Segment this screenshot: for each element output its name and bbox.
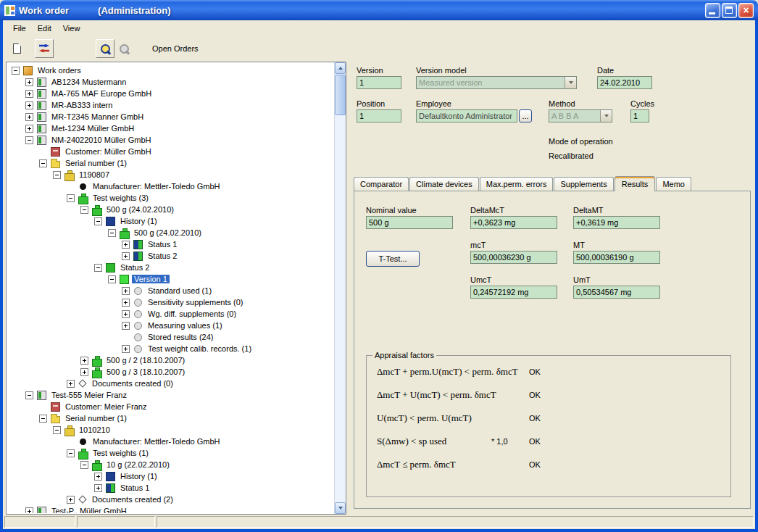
tree-item[interactable]: Wg. diff. supplements (0)	[7, 308, 334, 320]
tree-item[interactable]: Serial number (1)	[7, 412, 334, 424]
tree-item[interactable]: 500 g (24.02.2010)	[7, 204, 334, 215]
tree-expander-icon[interactable]	[80, 368, 88, 376]
tree-expander-icon[interactable]	[122, 299, 130, 307]
tree-item[interactable]: Manufacturer: Mettler-Toledo GmbH	[7, 436, 334, 447]
tree-item[interactable]: Test weight calib. records. (1)	[7, 343, 334, 354]
tree-item[interactable]: Stored results (24)	[7, 331, 334, 343]
tree-item[interactable]: 1190807	[7, 169, 334, 180]
tree-item[interactable]: Status 2	[7, 262, 334, 273]
tree-item[interactable]: 500 g / 2 (18.10.2007)	[7, 354, 334, 366]
tree-item[interactable]: Customer: Meier Franz	[7, 401, 334, 412]
tab[interactable]: Climate devices	[409, 177, 479, 191]
tree-expander-icon[interactable]	[25, 101, 33, 109]
tree-expander-icon[interactable]	[12, 67, 20, 75]
tree-expander-icon[interactable]	[25, 391, 33, 399]
tab[interactable]: Memo	[656, 177, 691, 191]
tree-item[interactable]: Test weights (3)	[7, 192, 334, 204]
version-input[interactable]	[357, 76, 401, 89]
tree-expander-icon[interactable]	[25, 90, 33, 98]
tree-expander-icon[interactable]	[108, 275, 116, 283]
tree-item[interactable]: MA-765 MAF Europe GmbH	[7, 88, 334, 99]
tree-expander-icon[interactable]	[25, 136, 33, 144]
chevron-down-icon[interactable]	[565, 77, 576, 88]
tree-item[interactable]: Test-P.. Müller GmbH	[7, 505, 334, 513]
tab[interactable]: Comparator	[354, 177, 409, 191]
position-input[interactable]	[357, 109, 401, 122]
maximize-button[interactable]	[722, 3, 737, 18]
tree-expander-icon[interactable]	[94, 473, 102, 481]
tree-item[interactable]: Measuring values (1)	[7, 320, 334, 331]
tree-item[interactable]: Work orders	[7, 65, 334, 76]
tree-item[interactable]: Status 2	[7, 250, 334, 262]
tree-expander-icon[interactable]	[25, 113, 33, 121]
tree-item[interactable]: 1010210	[7, 424, 334, 436]
tree-item[interactable]: Documents created (2)	[7, 494, 334, 505]
tree-item[interactable]: Standard used (1)	[7, 285, 334, 296]
tree-expander-icon[interactable]	[122, 345, 130, 353]
t-test-button[interactable]: T-Test...	[366, 251, 420, 267]
search-secondary-button[interactable]	[114, 39, 133, 58]
umt-field[interactable]	[573, 286, 660, 299]
tree-item[interactable]: NM-24022010 Müller GmbH	[7, 134, 334, 146]
tree-expander-icon[interactable]	[80, 461, 88, 469]
mt-field[interactable]	[573, 251, 660, 264]
tree-item[interactable]: MR-T2345 Manner GmbH	[7, 111, 334, 122]
tree-expander-icon[interactable]	[67, 380, 75, 388]
tree-scrollbar[interactable]	[334, 62, 346, 514]
tree-item[interactable]: Met-1234 Müller GmbH	[7, 122, 334, 134]
tree-item[interactable]: History (1)	[7, 470, 334, 482]
cycles-input[interactable]	[630, 109, 649, 122]
tree-item[interactable]: Test weights (1)	[7, 447, 334, 459]
tree-item[interactable]: Serial number (1)	[7, 157, 334, 169]
tree-expander-icon[interactable]	[122, 287, 130, 295]
tree-expander-icon[interactable]	[67, 449, 75, 457]
tree-item[interactable]: Status 1	[7, 238, 334, 250]
tree-expander-icon[interactable]	[39, 159, 47, 167]
tree-expander-icon[interactable]	[67, 194, 75, 202]
tree-expander-icon[interactable]	[53, 171, 61, 179]
tree-expander-icon[interactable]	[25, 507, 33, 514]
tree-item[interactable]: Status 1	[7, 482, 334, 494]
menu-item[interactable]: View	[57, 22, 86, 35]
tree-expander-icon[interactable]	[122, 241, 130, 249]
tree-item[interactable]: Manufacturer: Mettler-Toledo GmbH	[7, 180, 334, 192]
tree-expander-icon[interactable]	[39, 415, 47, 423]
umct-field[interactable]	[470, 286, 557, 299]
tab[interactable]: Supplements	[554, 177, 613, 191]
new-order-button[interactable]	[7, 39, 26, 58]
tree-expander-icon[interactable]	[94, 484, 102, 492]
scroll-thumb[interactable]	[335, 75, 346, 115]
tree-expander-icon[interactable]	[94, 217, 102, 225]
mct-field[interactable]	[470, 251, 557, 264]
employee-browse-button[interactable]: ...	[519, 109, 532, 122]
tree-expander-icon[interactable]	[94, 264, 102, 272]
delta-mct-field[interactable]	[470, 216, 557, 229]
nominal-value-field[interactable]	[366, 216, 453, 229]
method-select[interactable]: A B B A	[549, 109, 612, 122]
employee-input[interactable]	[416, 109, 517, 122]
tree-expander-icon[interactable]	[122, 310, 130, 318]
tree-item[interactable]: 500 g (24.02.2010)	[7, 227, 334, 238]
tree-item[interactable]: MR-AB333 intern	[7, 99, 334, 111]
tree-expander-icon[interactable]	[53, 426, 61, 434]
menu-item[interactable]: Edit	[32, 22, 57, 35]
search-button[interactable]	[96, 39, 114, 58]
tab[interactable]: Results	[615, 176, 656, 191]
date-input[interactable]	[597, 76, 652, 89]
tree-expander-icon[interactable]	[25, 78, 33, 86]
tree-expander-icon[interactable]	[80, 206, 88, 214]
scroll-down-button[interactable]	[335, 502, 346, 514]
tree-expander-icon[interactable]	[25, 125, 33, 133]
version-model-select[interactable]: Measured version	[416, 76, 577, 89]
tab[interactable]: Max.perm. errors	[480, 177, 554, 191]
minimize-button[interactable]	[705, 3, 720, 18]
tree-item[interactable]: Customer: Müller GmbH	[7, 146, 334, 157]
tree-item[interactable]: 500 g / 3 (18.10.2007)	[7, 366, 334, 378]
tree-expander-icon[interactable]	[122, 252, 130, 260]
tree-expander-icon[interactable]	[122, 322, 130, 330]
tree-expander-icon[interactable]	[67, 496, 75, 504]
tree-item[interactable]: AB1234 Mustermann	[7, 76, 334, 88]
tree-item[interactable]: Documents created (0)	[7, 378, 334, 389]
tree-expander-icon[interactable]	[80, 357, 88, 365]
delta-mt-field[interactable]	[573, 216, 660, 229]
